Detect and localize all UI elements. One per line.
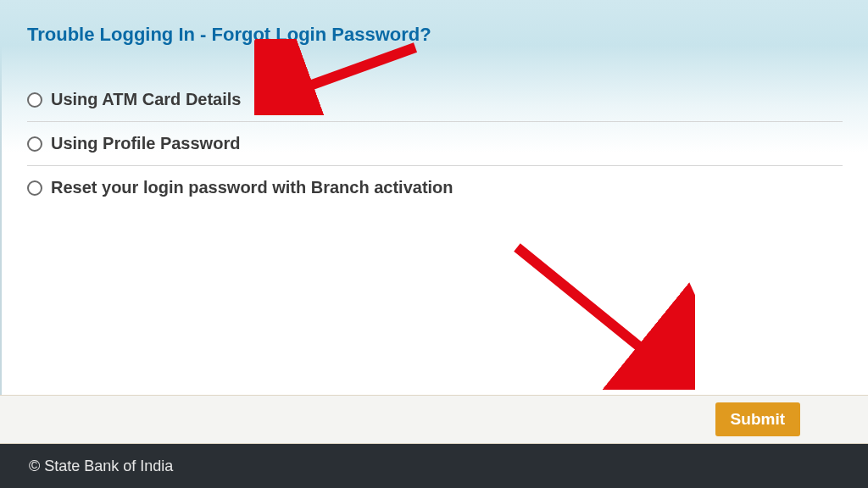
- option-label: Using Profile Password: [51, 134, 240, 153]
- option-label: Using ATM Card Details: [51, 90, 241, 109]
- option-atm-card-details[interactable]: Using ATM Card Details: [27, 78, 843, 122]
- option-branch-activation[interactable]: Reset your login password with Branch ac…: [27, 166, 843, 209]
- option-label: Reset your login password with Branch ac…: [51, 178, 453, 197]
- radio-branch-activation[interactable]: [27, 180, 42, 196]
- reset-options-group: Using ATM Card Details Using Profile Pas…: [27, 78, 843, 209]
- radio-profile-password[interactable]: [27, 136, 42, 152]
- radio-atm-card-details[interactable]: [27, 92, 42, 108]
- page-title: Trouble Logging In - Forgot Login Passwo…: [27, 24, 843, 46]
- option-profile-password[interactable]: Using Profile Password: [27, 122, 843, 166]
